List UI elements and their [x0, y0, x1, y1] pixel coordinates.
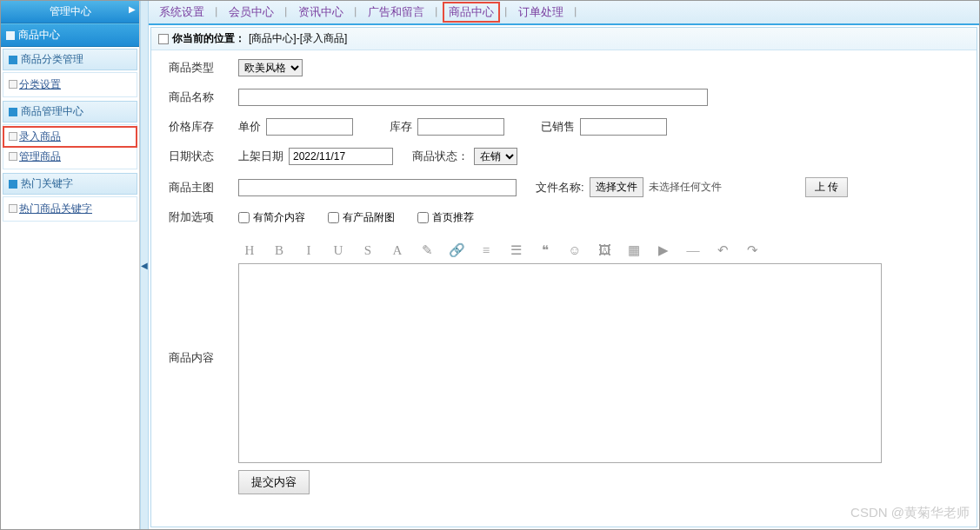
nav-item[interactable]: 商品中心	[445, 4, 497, 20]
cb-home[interactable]	[417, 212, 429, 223]
square-icon	[9, 180, 17, 189]
cb-attach-label: 有产品附图	[343, 210, 395, 225]
editor-textarea[interactable]	[238, 263, 882, 463]
editor-toolbar: HBIUSA✎🔗≡☰❝☺🖼▦▶—↶↷	[238, 237, 882, 263]
group-title: 热门关键字	[21, 176, 73, 191]
group-title: 商品分类管理	[21, 52, 83, 67]
nav-item[interactable]: 资讯中心	[295, 4, 347, 20]
cb-intro[interactable]	[238, 212, 250, 223]
breadcrumb-path: [商品中心]-[录入商品]	[249, 31, 347, 46]
sidebar-item[interactable]: 热门商品关键字	[3, 199, 137, 219]
select-product-type[interactable]: 欧美风格	[238, 59, 303, 76]
input-product-name[interactable]	[238, 89, 708, 106]
grid-icon	[6, 31, 15, 40]
editor-tool-button[interactable]: ☰	[508, 242, 523, 258]
editor-tool-button[interactable]: ↷	[744, 242, 760, 258]
nav-separator: 丨	[350, 5, 361, 20]
expand-icon[interactable]: ▶	[129, 4, 136, 14]
label-price-stock: 价格库存	[169, 119, 238, 135]
main-area: 系统设置丨会员中心丨资讯中心丨广告和留言丨商品中心丨订单处理丨 你当前的位置： …	[149, 1, 979, 529]
label-onshelf: 上架日期	[238, 149, 283, 164]
editor-tool-button[interactable]: 🖼	[597, 243, 612, 258]
sidebar-item[interactable]: 管理商品	[3, 147, 137, 167]
square-icon	[9, 56, 17, 64]
editor-tool-button[interactable]: S	[360, 243, 376, 258]
input-main-image[interactable]	[238, 179, 517, 196]
chevron-left-icon: ◀	[141, 261, 148, 270]
editor-tool-button[interactable]: —	[685, 243, 701, 258]
editor-tool-button[interactable]: ▶	[656, 242, 671, 258]
file-status-text: 未选择任何文件	[649, 180, 722, 195]
sidebar-section-title[interactable]: 商品中心	[1, 23, 139, 47]
select-status[interactable]: 在销	[474, 148, 517, 165]
label-extra: 附加选项	[169, 209, 238, 225]
label-status: 商品状态：	[412, 149, 469, 164]
editor-tool-button[interactable]: ≡	[478, 243, 494, 258]
sidebar-title: 管理中心	[50, 5, 91, 17]
nav-separator: 丨	[431, 5, 442, 20]
cb-intro-label: 有简介内容	[253, 210, 305, 225]
editor-tool-button[interactable]: B	[271, 243, 287, 258]
breadcrumb-prefix: 你当前的位置：	[172, 31, 245, 46]
editor-tool-button[interactable]: I	[301, 243, 317, 258]
cb-home-wrap[interactable]: 首页推荐	[417, 210, 474, 225]
cb-attach[interactable]	[328, 212, 339, 223]
input-onshelf-date[interactable]	[289, 148, 393, 165]
nav-item[interactable]: 会员中心	[225, 4, 277, 20]
cb-intro-wrap[interactable]: 有简介内容	[238, 210, 305, 225]
sidebar-item[interactable]: 分类设置	[3, 75, 137, 95]
label-price: 单价	[238, 119, 261, 135]
input-price[interactable]	[266, 118, 353, 136]
upload-button[interactable]: 上 传	[805, 177, 848, 197]
nav-separator: 丨	[281, 5, 291, 20]
editor-tool-button[interactable]: 🔗	[449, 242, 464, 258]
label-sold: 已销售	[541, 119, 575, 135]
editor-tool-button[interactable]: U	[330, 243, 346, 258]
sidebar-group-header[interactable]: 商品分类管理	[3, 49, 137, 70]
breadcrumb: 你当前的位置： [商品中心]-[录入商品]	[151, 28, 977, 50]
submit-button[interactable]: 提交内容	[238, 470, 310, 494]
square-icon	[9, 108, 17, 116]
editor-tool-button[interactable]: ❝	[537, 242, 553, 258]
input-sold[interactable]	[580, 118, 667, 136]
group-title: 商品管理中心	[21, 104, 83, 119]
sidebar-header: 管理中心 ▶	[1, 1, 139, 23]
label-product-name: 商品名称	[169, 89, 238, 105]
label-main-image: 商品主图	[169, 180, 238, 195]
section-label: 商品中心	[18, 28, 60, 43]
nav-item[interactable]: 系统设置	[156, 4, 208, 20]
form-area: 商品类型 欧美风格 商品名称 价格库存	[151, 50, 977, 503]
label-file-name: 文件名称:	[536, 180, 584, 195]
doc-icon	[158, 34, 169, 44]
content-wrap: 你当前的位置： [商品中心]-[录入商品] 商品类型 欧美风格 商品名称	[150, 27, 977, 527]
nav-separator: 丨	[501, 5, 511, 20]
label-content: 商品内容	[169, 350, 238, 366]
nav-item[interactable]: 广告和留言	[364, 4, 428, 20]
cb-attach-wrap[interactable]: 有产品附图	[328, 210, 395, 225]
sidebar: 管理中心 ▶ 商品中心 商品分类管理分类设置商品管理中心录入商品管理商品热门关键…	[1, 1, 140, 529]
sidebar-group-header[interactable]: 商品管理中心	[3, 101, 137, 123]
editor-tool-button[interactable]: ↶	[715, 242, 730, 258]
editor-tool-button[interactable]: ▦	[626, 242, 642, 258]
cb-home-label: 首页推荐	[432, 210, 474, 225]
label-stock: 库存	[390, 119, 412, 135]
editor-tool-button[interactable]: ✎	[419, 242, 435, 258]
nav-item[interactable]: 订单处理	[515, 4, 567, 20]
choose-file-button[interactable]: 选择文件	[590, 177, 643, 197]
nav-separator: 丨	[570, 5, 581, 20]
editor-tool-button[interactable]: A	[390, 243, 405, 258]
sidebar-item[interactable]: 录入商品	[3, 127, 137, 147]
label-date-status: 日期状态	[169, 149, 238, 164]
input-stock[interactable]	[417, 118, 504, 136]
nav-separator: 丨	[211, 5, 222, 20]
top-nav: 系统设置丨会员中心丨资讯中心丨广告和留言丨商品中心丨订单处理丨	[149, 1, 979, 25]
label-product-type: 商品类型	[169, 60, 238, 76]
editor-tool-button[interactable]: ☺	[567, 243, 583, 258]
sidebar-group-header[interactable]: 热门关键字	[3, 173, 137, 195]
collapse-bar[interactable]: ◀	[140, 1, 149, 529]
editor-tool-button[interactable]: H	[242, 243, 257, 258]
